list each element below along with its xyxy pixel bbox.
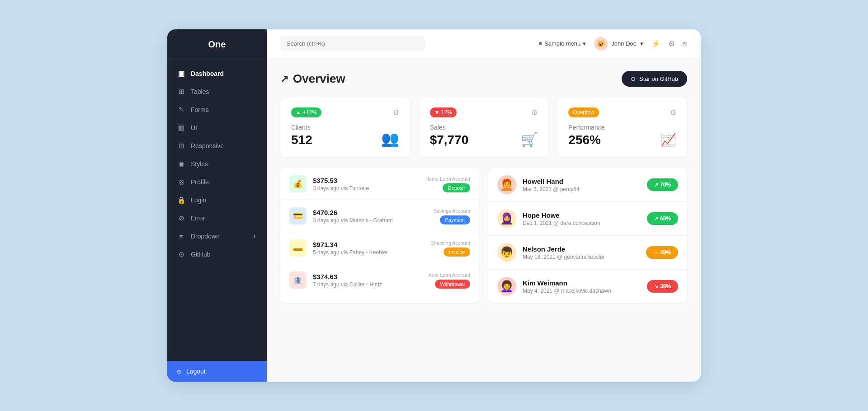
sales-icon: 🛒 <box>521 131 538 147</box>
client-percent-badge: ↘ 38% <box>647 280 678 293</box>
sidebar-item-profile[interactable]: ◎ Profile <box>167 173 267 191</box>
account-label: Auto Loan Account <box>429 272 470 278</box>
client-list: 🧑‍🦰 Howell Hand Mar 3, 2021 @ percy64 ↗ … <box>488 168 687 303</box>
sidebar-item-label: Error <box>191 215 205 222</box>
dashboard-icon: ▣ <box>177 70 185 78</box>
transaction-meta: 7 days ago via Collier - Hintz <box>313 281 422 288</box>
add-dropdown-icon[interactable]: + <box>253 232 257 240</box>
stat-card-header: ▼ 12% ⚙ <box>430 107 538 117</box>
search-input[interactable] <box>280 36 425 51</box>
transaction-icon: ▬ <box>289 239 307 257</box>
client-meta: Dec 1, 2021 @ dare.concepcion <box>523 220 641 226</box>
stat-card-header: ▲ +12% ⚙ <box>291 107 399 117</box>
sidebar-item-github[interactable]: ⊙ GitHub <box>167 245 267 263</box>
clients-badge: ▲ +12% <box>291 107 321 117</box>
transaction-icon: 💰 <box>289 175 307 192</box>
transaction-account: Savings Account Payment <box>434 208 470 224</box>
client-item: 🧑‍🦰 Howell Hand Mar 3, 2021 @ percy64 ↗ … <box>488 168 687 202</box>
client-name: Kim Weimann <box>523 279 641 287</box>
account-label: Home Loan Account <box>425 176 470 182</box>
performance-icon: 📈 <box>660 132 676 147</box>
sidebar-item-styles[interactable]: ◉ Styles <box>167 155 267 173</box>
performance-value: 256% <box>568 133 604 147</box>
sidebar-item-ui[interactable]: ▦ UI <box>167 119 267 137</box>
exit-icon[interactable]: ⎋ <box>683 40 687 48</box>
sidebar-item-tables[interactable]: ⊞ Tables <box>167 83 267 101</box>
user-name: John Doe <box>611 40 637 47</box>
page-content: ↗ Overview ⊙ Star on GitHub ▲ +12% ⚙ <box>267 58 701 382</box>
tune-icon[interactable]: ⚡ <box>651 39 660 48</box>
app-container: One ▣ Dashboard ⊞ Tables ✎ Forms ▦ UI ⊡ … <box>167 29 701 382</box>
client-info: Hope Howe Dec 1, 2021 @ dare.concepcion <box>523 211 641 226</box>
account-label: Checking Account <box>430 240 470 246</box>
transaction-amount: $470.26 <box>313 209 427 216</box>
clients-settings-icon[interactable]: ⚙ <box>393 108 399 117</box>
sales-settings-icon[interactable]: ⚙ <box>531 108 538 117</box>
user-chevron-icon: ▾ <box>640 40 643 47</box>
transaction-account: Auto Loan Account Withdrawal <box>429 272 470 288</box>
login-icon: 🔒 <box>177 196 185 204</box>
stat-card-header: Overflow ⚙ <box>568 107 676 117</box>
sales-value: $7,770 <box>430 133 469 147</box>
profile-icon: ◎ <box>177 178 185 186</box>
page-title-text: Overview <box>293 72 345 86</box>
transactions-grid: 💰 $375.53 3 days ago via Turcotte Home L… <box>280 168 687 303</box>
styles-icon: ◉ <box>177 160 185 168</box>
sample-menu-label: Sample menu <box>544 40 580 47</box>
transaction-info: $971.34 5 days ago via Fahey - Keebler <box>313 241 424 256</box>
sidebar-item-dashboard[interactable]: ▣ Dashboard <box>167 65 267 83</box>
client-meta: May 4, 2021 @ macejkovic.dashawn <box>523 288 641 294</box>
transaction-icon: 🏦 <box>289 271 307 289</box>
client-info: Howell Hand Mar 3, 2021 @ percy64 <box>523 177 641 192</box>
sidebar-item-label: Dashboard <box>191 70 224 77</box>
sidebar-item-dropdown[interactable]: ≡ Dropdown + <box>167 227 267 245</box>
performance-badge: Overflow <box>568 107 599 117</box>
sidebar-item-label: Login <box>191 196 206 204</box>
sidebar-item-label: Tables <box>191 88 209 95</box>
stat-body: Clients 512 👥 <box>291 124 399 147</box>
sidebar-item-forms[interactable]: ✎ Forms <box>167 101 267 119</box>
sample-menu-button[interactable]: ≡ Sample menu ▾ <box>539 40 586 47</box>
sidebar-item-responsive[interactable]: ⊡ Responsive <box>167 137 267 155</box>
transaction-meta: 3 days ago via Turcotte <box>313 185 419 191</box>
logout-button[interactable]: ⎋ Logout <box>167 361 267 382</box>
client-name: Nelson Jerde <box>523 245 640 253</box>
transaction-account: Home Loan Account Deposit <box>425 176 470 191</box>
ui-icon: ▦ <box>177 124 185 132</box>
clients-label: Clients <box>291 124 312 131</box>
logout-icon: ⎋ <box>177 368 181 375</box>
sidebar-item-label: Styles <box>191 160 208 168</box>
sidebar-item-label: Forms <box>191 106 209 113</box>
sidebar-item-label: UI <box>191 124 197 131</box>
performance-settings-icon[interactable]: ⚙ <box>670 108 676 117</box>
menu-lines-icon: ≡ <box>539 40 542 47</box>
client-percent-badge: ↗ 70% <box>647 178 678 191</box>
sidebar-item-login[interactable]: 🔒 Login <box>167 191 267 209</box>
client-info: Kim Weimann May 4, 2021 @ macejkovic.das… <box>523 279 641 294</box>
client-avatar: 🧕 <box>497 209 516 228</box>
header: ≡ Sample menu ▾ 🐱 John Doe ▾ ⚡ ⊙ ⎋ <box>267 29 701 58</box>
header-right: ≡ Sample menu ▾ 🐱 John Doe ▾ ⚡ ⊙ ⎋ <box>539 37 687 51</box>
stats-row: ▲ +12% ⚙ Clients 512 👥 ▼ 12% <box>280 98 687 157</box>
github-header-icon[interactable]: ⊙ <box>669 39 675 48</box>
page-title: ↗ Overview <box>280 72 345 86</box>
user-info[interactable]: 🐱 John Doe ▾ <box>594 37 643 51</box>
transaction-badge: Withdrawal <box>435 280 470 289</box>
performance-label: Performance <box>568 124 604 131</box>
stat-card-sales: ▼ 12% ⚙ Sales $7,770 🛒 <box>419 98 549 157</box>
transaction-info: $470.26 3 days ago via Murazik - Graham <box>313 209 427 224</box>
transaction-badge: Invoice <box>443 248 470 257</box>
overview-chart-icon: ↗ <box>280 73 288 85</box>
page-header: ↗ Overview ⊙ Star on GitHub <box>280 71 687 87</box>
transaction-meta: 3 days ago via Murazik - Graham <box>313 217 427 224</box>
client-percent-badge: → 49% <box>646 246 678 259</box>
client-item: 🧕 Hope Howe Dec 1, 2021 @ dare.concepcio… <box>488 202 687 236</box>
sidebar-nav: ▣ Dashboard ⊞ Tables ✎ Forms ▦ UI ⊡ Resp… <box>167 60 267 361</box>
transaction-item: 🏦 $374.63 7 days ago via Collier - Hintz… <box>280 264 479 296</box>
chevron-down-icon: ▾ <box>583 40 586 47</box>
sidebar-logo: One <box>167 29 267 60</box>
sidebar-item-error[interactable]: ⊘ Error <box>167 209 267 227</box>
sales-badge: ▼ 12% <box>430 107 457 117</box>
transaction-info: $375.53 3 days ago via Turcotte <box>313 177 419 191</box>
star-github-button[interactable]: ⊙ Star on GitHub <box>622 71 687 87</box>
